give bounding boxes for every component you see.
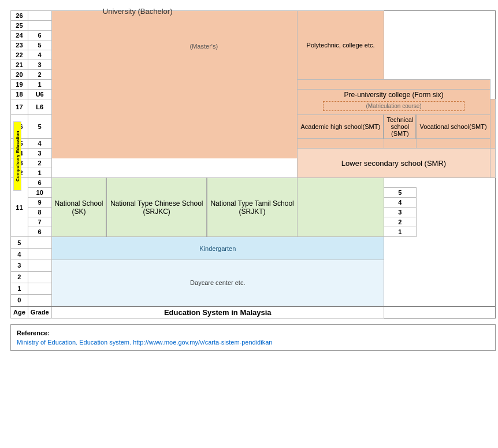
reference-label: Reference:	[17, 329, 489, 336]
technical-school-cell: Technical school (SMT)	[384, 115, 416, 139]
grade-u6-18: U6	[28, 90, 51, 99]
age-19: 19	[11, 80, 28, 90]
preuni-cell: Pre-university college (Form six) (Matri…	[298, 90, 490, 115]
primary-right	[298, 178, 384, 237]
age-17: 17	[11, 99, 28, 115]
masters-label: (Master's)	[152, 43, 256, 50]
grade-6-11: Compulsory Education 6	[28, 178, 51, 188]
kindergarten-cell: Kindergarten	[51, 237, 384, 260]
academic-high-15	[298, 139, 384, 149]
grade-2-20: 2	[28, 70, 51, 80]
grade-empty-25	[28, 21, 51, 31]
poly-extra	[490, 99, 495, 149]
grade-4-9: 4	[384, 198, 416, 208]
education-chart: 26	[10, 10, 496, 319]
chart-title: Education System in Malaysia	[51, 306, 384, 319]
grade-5-10: 5	[384, 188, 416, 198]
matriculation-label: (Matriculation course)	[323, 101, 464, 111]
polytechnic-label: Polytechnic, college etc.	[307, 42, 375, 49]
lower-secondary-cell: Lower secondary school (SMR)	[298, 149, 490, 178]
age-20: 20	[11, 70, 28, 80]
chinese-school-label: National Type Chinese School(SRJKC)	[109, 199, 204, 216]
age-6: 6	[28, 227, 51, 237]
compulsory-label: Compulsory Education	[13, 121, 21, 191]
daycare-cell: Daycare center etc.	[51, 260, 384, 306]
tamil-school-cell: National Type Tamil School(SRJKT)	[207, 178, 298, 237]
age-2: 2	[11, 271, 28, 283]
grade-axis-label: Grade	[28, 306, 51, 319]
age-4: 4	[11, 249, 28, 260]
age-24: 24	[11, 31, 28, 40]
university-label: University (Bachelor)	[80, 7, 195, 16]
grade-empty-25b	[28, 16, 51, 21]
age-26: 26	[11, 11, 28, 21]
reference-text: Ministry of Education. Education system.…	[17, 339, 489, 346]
grade-5-23: 5	[28, 40, 51, 50]
grade-empty-4	[28, 249, 51, 260]
polytechnic-cell: Polytechnic, college etc.	[298, 11, 384, 80]
grade-empty-2	[28, 271, 51, 283]
grade-1-6: 1	[384, 227, 416, 237]
grade-4-22: 4	[28, 50, 51, 60]
age-10: 10	[28, 188, 51, 198]
daycare-label: Daycare center etc.	[190, 279, 245, 286]
tamil-school-label: National Type Tamil School(SRJKT)	[210, 199, 295, 216]
grade-3-14: 3	[28, 149, 51, 158]
grade-5-16: 5	[28, 115, 51, 139]
grade-6-24: 6	[28, 31, 51, 40]
grade-3-8: 3	[384, 208, 416, 217]
age-23: 23	[11, 40, 28, 50]
national-school-cell: National School(SK)	[51, 178, 106, 237]
grade-empty-26	[28, 11, 51, 16]
university-row-19	[298, 80, 490, 90]
age-25: 25	[11, 21, 28, 31]
age-1: 1	[11, 283, 28, 294]
page-container: 26	[6, 6, 492, 356]
age-axis-label: Age	[11, 306, 28, 319]
grade-2-13: 2	[28, 158, 51, 168]
grade-empty-0	[28, 294, 51, 306]
age-21: 21	[11, 60, 28, 70]
grade-4-15: 4	[28, 139, 51, 149]
chinese-school-cell: National Type Chinese School(SRJKC)	[106, 178, 207, 237]
lower-secondary-right	[490, 149, 495, 178]
reference-box: Reference: Ministry of Education. Educat…	[10, 324, 496, 351]
vocational-15	[416, 139, 490, 149]
age-5: 5	[11, 237, 28, 249]
national-school-label: National School(SK)	[54, 199, 104, 216]
academic-high-cell: Academic high school(SMT)	[298, 115, 384, 139]
grade-1-12: 1	[28, 168, 51, 178]
age-0: 0	[11, 294, 28, 306]
vocational-school-cell: Vocational school(SMT)	[416, 115, 490, 139]
grade-3-21: 3	[28, 60, 51, 70]
kindergarten-label: Kindergarten	[199, 245, 236, 252]
age-8: 8	[28, 208, 51, 217]
age-18: 18	[11, 90, 28, 99]
age-9: 9	[28, 198, 51, 208]
grade-empty-3	[28, 260, 51, 272]
grade-2-7: 2	[384, 217, 416, 227]
age-3: 3	[11, 260, 28, 272]
preuni-label: Pre-university college (Form six)	[300, 91, 488, 99]
grade-l6-17: L6	[28, 99, 51, 115]
technical-15	[384, 139, 416, 149]
age-7: 7	[28, 217, 51, 227]
grade-empty-5	[28, 237, 51, 249]
grade-1-19: 1	[28, 80, 51, 90]
grade-empty-1	[28, 283, 51, 294]
age-22: 22	[11, 50, 28, 60]
